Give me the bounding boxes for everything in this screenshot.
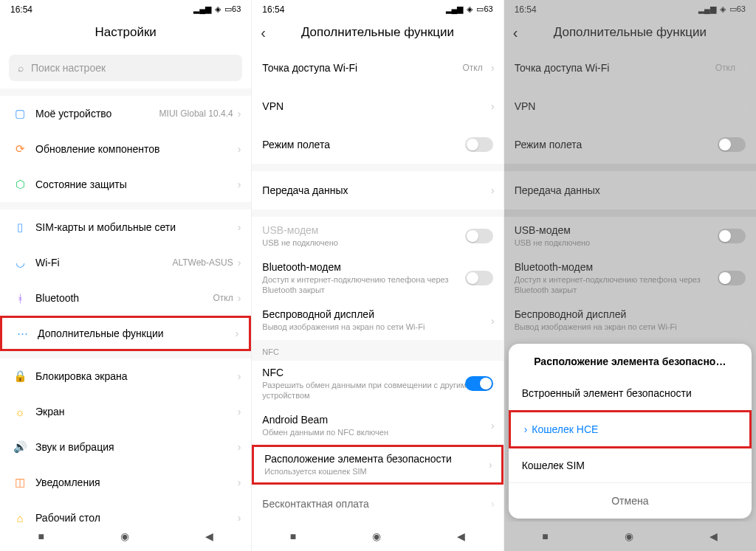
chevron-right-icon: › (238, 221, 241, 233)
bluetooth-icon: ᚼ (10, 292, 30, 305)
chevron-right-icon: › (238, 441, 241, 453)
chevron-right-icon: › (238, 370, 241, 382)
nav-home-icon[interactable]: ◉ (625, 530, 633, 542)
chevron-right-icon: › (491, 62, 495, 74)
back-button[interactable]: ‹ (513, 24, 518, 41)
chevron-right-icon: › (238, 292, 241, 304)
row-bt-modem[interactable]: Bluetooth-модемДоступ к интернет-подключ… (252, 255, 503, 302)
search-placeholder: Поиск настроек (31, 62, 106, 74)
row-airplane[interactable]: Режим полета (252, 125, 503, 164)
wifi-icon: ◡ (10, 256, 30, 269)
usb-toggle (718, 229, 746, 243)
chevron-right-icon: › (238, 477, 241, 488)
row-notifications[interactable]: ◫Уведомления› (0, 465, 251, 500)
row-contactless-pay[interactable]: Бесконтактная оплата› (252, 485, 503, 523)
page-title: Дополнительные функции (301, 25, 454, 40)
dialog-cancel-button[interactable]: Отмена (509, 482, 752, 519)
nav-home-icon[interactable]: ◉ (372, 530, 381, 542)
search-input[interactable]: ⌕ Поиск настроек (9, 55, 242, 81)
row-sound[interactable]: 🔊Звук и вибрация› (0, 429, 251, 465)
bt-toggle[interactable] (465, 271, 493, 285)
nav-recent-icon[interactable]: ■ (542, 530, 548, 542)
phone-2-additional: 16:54 ▂▄▆◈▭63 ‹ Дополнительные функции Т… (252, 0, 504, 551)
row-usb-modem: USB-модемUSB не подключено (252, 217, 503, 255)
row-data-transfer[interactable]: Передача данных› (504, 171, 756, 209)
display-icon: ☼ (10, 406, 30, 418)
nav-bar: ■ ◉ ◀ (252, 521, 503, 551)
chevron-right-icon: › (491, 100, 495, 112)
row-security-status[interactable]: ⬡Состояние защиты› (0, 167, 251, 202)
nav-home-icon[interactable]: ◉ (120, 530, 129, 542)
chevron-right-icon: › (491, 184, 495, 196)
page-title: Настройки (94, 25, 156, 40)
nav-bar: ■ ◉ ◀ (0, 521, 251, 551)
wifi-icon: ◈ (215, 4, 221, 14)
notification-icon: ◫ (10, 476, 30, 489)
nav-back-icon[interactable]: ◀ (709, 530, 718, 542)
row-bluetooth[interactable]: ᚼBluetoothОткл› (0, 280, 251, 316)
lock-icon: 🔒 (10, 370, 30, 383)
bt-toggle[interactable] (718, 271, 746, 285)
sim-icon: ▯ (10, 221, 30, 234)
nav-back-icon[interactable]: ◀ (457, 530, 465, 542)
row-data-transfer[interactable]: Передача данных› (252, 171, 503, 209)
row-nfc[interactable]: NFCРазрешить обмен данными при совмещени… (252, 361, 503, 407)
chevron-right-icon: › (489, 459, 492, 471)
chevron-right-icon: › (236, 328, 239, 339)
update-icon: ⟳ (10, 142, 30, 156)
row-lockscreen[interactable]: 🔒Блокировка экрана› (0, 358, 251, 394)
status-bar: 16:54 ▂▄▆ ◈ ▭63 (0, 0, 251, 16)
dialog-option-builtin[interactable]: Встроенный элемент безопасности (509, 376, 752, 410)
nav-recent-icon[interactable]: ■ (290, 530, 296, 542)
row-hotspot[interactable]: Точка доступа Wi-FiОткл› (252, 49, 503, 87)
status-right: ▂▄▆ ◈ ▭63 (193, 4, 241, 14)
settings-group-2: ▯SIM-карты и мобильные сети› ◡Wi-FiALTWe… (0, 209, 251, 351)
status-right: ▂▄▆◈▭63 (446, 4, 493, 14)
row-updates[interactable]: ⟳Обновление компонентов› (0, 131, 251, 167)
row-display[interactable]: ☼Экран› (0, 394, 251, 429)
dialog-option-sim[interactable]: Кошелек SIM (509, 448, 752, 482)
status-bar: 16:54 ▂▄▆◈▭63 (504, 0, 756, 16)
nav-back-icon[interactable]: ◀ (205, 530, 213, 542)
dialog-option-hce[interactable]: ›Кошелек HCE (509, 410, 752, 448)
phone-3-dialog: 16:54 ▂▄▆◈▭63 ‹ Дополнительные функции Т… (504, 0, 756, 551)
nav-recent-icon[interactable]: ■ (38, 530, 44, 542)
usb-toggle (465, 229, 493, 243)
row-wifi[interactable]: ◡Wi-FiALTWeb-ASUS› (0, 245, 251, 280)
chevron-right-icon: › (743, 62, 747, 74)
device-icon: ▢ (10, 107, 30, 120)
chevron-right-icon: › (491, 420, 495, 432)
row-device[interactable]: ▢Моё устройствоMIUI Global 10.4.4› (0, 96, 251, 131)
status-bar: 16:54 ▂▄▆◈▭63 (252, 0, 503, 16)
row-wireless-display[interactable]: Беспроводной дисплейВывод изображения на… (504, 302, 756, 340)
row-security-element[interactable]: Расположение элемента безопасностиИсполь… (252, 445, 503, 485)
chevron-right-icon: › (491, 315, 495, 327)
sound-icon: 🔊 (10, 440, 30, 454)
nfc-toggle[interactable] (465, 376, 493, 391)
row-additional-features[interactable]: ⋯Дополнительные функции› (0, 316, 251, 351)
row-wireless-display[interactable]: Беспроводной дисплейВывод изображения на… (252, 302, 503, 340)
chevron-right-icon: › (238, 179, 241, 190)
row-vpn[interactable]: VPN› (252, 87, 503, 125)
chevron-right-icon: › (743, 184, 747, 196)
row-airplane[interactable]: Режим полета (504, 125, 756, 164)
chevron-right-icon: › (238, 406, 241, 417)
row-vpn[interactable]: VPN› (504, 87, 756, 125)
chevron-right-icon: › (238, 257, 241, 268)
airplane-toggle[interactable] (465, 137, 493, 152)
row-sim[interactable]: ▯SIM-карты и мобильные сети› (0, 209, 251, 245)
back-button[interactable]: ‹ (261, 24, 266, 41)
row-bt-modem[interactable]: Bluetooth-модемДоступ к интернет-подключ… (504, 255, 756, 302)
chevron-right-icon: › (491, 498, 495, 510)
battery-icon: ▭63 (224, 4, 241, 14)
row-hotspot[interactable]: Точка доступа Wi-FiОткл› (504, 49, 756, 87)
airplane-toggle[interactable] (718, 137, 746, 152)
nav-bar: ■ ◉ ◀ (504, 521, 756, 551)
security-element-dialog: Расположение элемента безопасно… Встроен… (509, 344, 752, 519)
chevron-right-icon: › (743, 100, 747, 112)
settings-group-1: ▢Моё устройствоMIUI Global 10.4.4› ⟳Обно… (0, 96, 251, 202)
row-usb-modem: USB-модемUSB не подключено (504, 217, 756, 255)
status-right: ▂▄▆◈▭63 (698, 4, 746, 14)
row-android-beam[interactable]: Android BeamОбмен данными по NFC включен… (252, 406, 503, 445)
settings-group-3: 🔒Блокировка экрана› ☼Экран› 🔊Звук и вибр… (0, 358, 251, 536)
